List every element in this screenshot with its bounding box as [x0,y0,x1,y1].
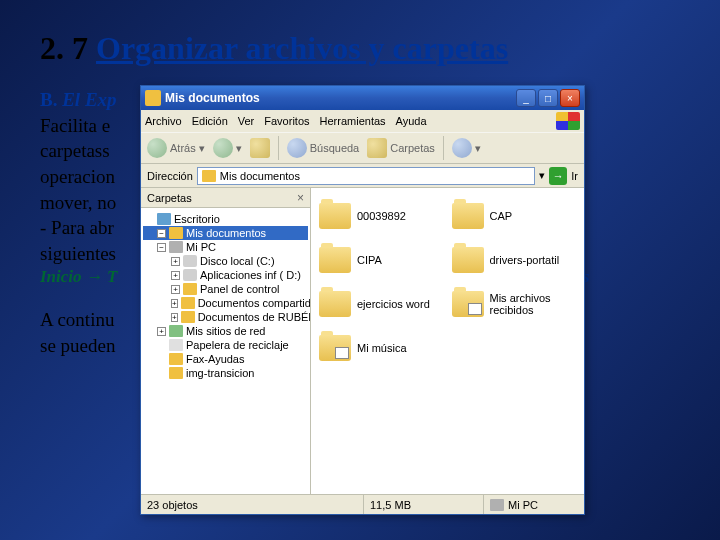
tree-item-label: Escritorio [174,213,220,225]
folder-icon [319,335,351,361]
tree-item-label: Mi PC [186,241,216,253]
folders-button[interactable]: Carpetas [367,138,435,158]
folder-icon [452,203,484,229]
tree-item[interactable]: +Documentos de RUBÉN [143,310,308,324]
views-button[interactable]: ▾ [452,138,481,158]
menu-edicion[interactable]: Edición [192,115,228,127]
folder-tree: Escritorio−Mis documentos−Mi PC+Disco lo… [141,208,310,384]
maximize-button[interactable]: □ [538,89,558,107]
menu-archivo[interactable]: Archivo [145,115,182,127]
expander-icon[interactable]: + [171,257,180,266]
back-icon [147,138,167,158]
folder-item[interactable]: CAP [452,196,577,236]
expander-icon[interactable]: + [171,285,180,294]
close-button[interactable]: × [560,89,580,107]
tree-item[interactable]: +Panel de control [143,282,308,296]
slide-title: 2. 7 Organizar archivos y carpetas [40,30,680,67]
folder-icon [181,311,195,323]
minimize-button[interactable]: _ [516,89,536,107]
tree-header: Carpetas × [141,188,310,208]
tree-item[interactable]: Escritorio [143,212,308,226]
pc-icon [490,499,504,511]
disk-icon [183,255,197,267]
folder-label: 00039892 [357,210,406,222]
folder-label: ejercicios word [357,298,430,310]
tree-item-label: Documentos compartidos [198,297,311,309]
tree-item[interactable]: +Mis sitios de red [143,324,308,338]
tree-item[interactable]: img-transicion [143,366,308,380]
forward-icon [213,138,233,158]
section-em: El Exp [62,89,116,110]
tree-item-label: Papelera de reciclaje [186,339,289,351]
arrow-icon: → [86,267,107,286]
folder-item[interactable]: 00039892 [319,196,444,236]
menu-ayuda[interactable]: Ayuda [396,115,427,127]
tree-item-label: Mis sitios de red [186,325,265,337]
menu-ver[interactable]: Ver [238,115,255,127]
up-button[interactable] [250,138,270,158]
desk-icon [157,213,171,225]
tree-item-label: Aplicaciones inf ( D:) [200,269,301,281]
folder-label: Mi música [357,342,407,354]
folder-icon [145,90,161,106]
back-label: Atrás [170,142,196,154]
path-start: Inicio [40,267,82,286]
tree-item[interactable]: +Documentos compartidos [143,296,308,310]
tree-item[interactable]: +Disco local (C:) [143,254,308,268]
search-button[interactable]: Búsqueda [287,138,360,158]
expander-icon[interactable]: − [157,243,166,252]
back-button[interactable]: Atrás ▾ [147,138,205,158]
tree-item[interactable]: −Mi PC [143,240,308,254]
folder-icon [202,170,216,182]
expander-icon[interactable]: + [171,313,178,322]
go-label: Ir [571,170,578,182]
tree-item-label: Mis documentos [186,227,266,239]
folder-item[interactable]: Mis archivos recibidos [452,284,577,324]
menu-favoritos[interactable]: Favoritos [264,115,309,127]
para-frag: Facilita e [40,115,110,136]
folder-icon [319,247,351,273]
folder-item[interactable]: ejercicios word [319,284,444,324]
address-input[interactable]: Mis documentos [197,167,535,185]
tree-item[interactable]: Papelera de reciclaje [143,338,308,352]
folder-icon [181,297,195,309]
chevron-down-icon: ▾ [475,142,481,155]
tree-item-label: img-transicion [186,367,254,379]
para-frag: carpetass [40,140,110,161]
folder-item[interactable]: CIPA [319,240,444,280]
menu-herramientas[interactable]: Herramientas [320,115,386,127]
separator [443,136,444,160]
slide: 2. 7 Organizar archivos y carpetas B. El… [0,0,720,540]
search-icon [287,138,307,158]
window-buttons: _ □ × [516,89,580,107]
tree-item[interactable]: −Mis documentos [143,226,308,240]
expander-icon[interactable]: + [157,327,166,336]
search-label: Búsqueda [310,142,360,154]
folder-label: CIPA [357,254,382,266]
window-titlebar[interactable]: Mis documentos _ □ × [141,86,584,110]
expander-icon[interactable]: + [171,271,180,280]
tree-item[interactable]: Fax-Ayudas [143,352,308,366]
para-frag: operacion [40,166,115,187]
panes: Carpetas × Escritorio−Mis documentos−Mi … [141,188,584,494]
content-pane: 00039892CAPCIPAdrivers-portatilejercicio… [311,188,584,494]
go-button[interactable]: → [549,167,567,185]
close-icon[interactable]: × [297,191,304,205]
menubar: Archivo Edición Ver Favoritos Herramient… [141,110,584,132]
folder-item[interactable]: drivers-portatil [452,240,577,280]
expander-icon[interactable]: + [171,299,178,308]
chevron-down-icon[interactable]: ▾ [539,169,545,182]
expander-icon[interactable]: − [157,229,166,238]
tree-item-label: Panel de control [200,283,280,295]
status-location: Mi PC [484,495,584,514]
status-bar: 23 objetos 11,5 MB Mi PC [141,494,584,514]
tree-item-label: Disco local (C:) [200,255,275,267]
forward-button[interactable]: ▾ [213,138,242,158]
tree-item-label: Documentos de RUBÉN [198,311,311,323]
para-frag: - Para abr [40,217,114,238]
tree-title: Carpetas [147,192,192,204]
title-number: 2. 7 [40,30,88,66]
chevron-down-icon: ▾ [199,142,205,155]
tree-item[interactable]: +Aplicaciones inf ( D:) [143,268,308,282]
folder-item[interactable]: Mi música [319,328,444,368]
